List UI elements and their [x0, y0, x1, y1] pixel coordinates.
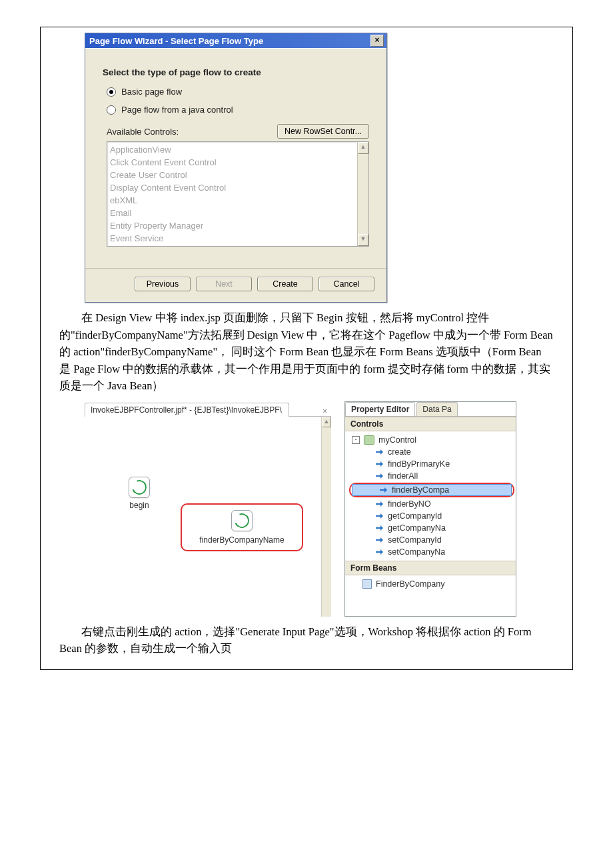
cancel-button[interactable]: Cancel	[318, 277, 374, 291]
action-icon	[129, 477, 150, 498]
scroll-up-icon[interactable]: ▲	[358, 142, 368, 154]
cycle-icon	[232, 511, 251, 530]
formbean-finderbycompany[interactable]: FinderByCompany	[348, 578, 516, 590]
controls-tree: - myControl create findByPrimaryKe finde…	[345, 431, 516, 561]
editor-tab-label: InvokeEJBPFController.jpf* - {EJBTest}\I…	[91, 405, 282, 415]
method-icon	[376, 501, 384, 507]
next-button[interactable]: Next	[196, 277, 252, 291]
method-icon	[376, 549, 384, 555]
pageflow-wizard-dialog: Page Flow Wizard - Select Page Flow Type…	[85, 33, 387, 303]
available-controls-label: Available Controls:	[107, 127, 179, 137]
method-label: create	[388, 447, 411, 457]
cycle-icon	[129, 477, 149, 497]
method-label: finderByCompa	[392, 485, 449, 495]
paragraph-1: 在 Design View 中将 index.jsp 页面删除，只留下 Begi…	[59, 309, 554, 395]
available-controls-list[interactable]: ApplicationView Click Content Event Cont…	[107, 141, 369, 247]
property-tab-strip: Property Editor Data Pa	[345, 402, 516, 417]
select-type-label: Select the type of page flow to create	[103, 67, 369, 77]
designer-scrollbar[interactable]: ▲	[321, 417, 331, 617]
dialog-button-row: Previous Next Create Cancel	[85, 268, 386, 302]
method-icon	[376, 513, 384, 519]
create-button[interactable]: Create	[257, 277, 313, 291]
radio-basic-label: Basic page flow	[121, 87, 182, 97]
paragraph-2: 右键点击刚生成的 action，选择"Generate Input Page"选…	[59, 623, 554, 657]
expander-icon[interactable]: -	[352, 436, 360, 444]
tree-root-mycontrol[interactable]: - myControl	[348, 434, 516, 446]
method-label: getCompanyId	[388, 511, 442, 521]
radio-icon	[107, 105, 116, 115]
new-rowset-button[interactable]: New RowSet Contr...	[277, 124, 369, 139]
design-view-figure: InvokeEJBPFController.jpf* - {EJBTest}\I…	[85, 401, 556, 617]
method-label: finderAll	[388, 471, 418, 481]
method-setcompanyid[interactable]: setCompanyId	[348, 534, 516, 546]
radio-control-label: Page flow from a java control	[121, 105, 233, 115]
dialog-titlebar: Page Flow Wizard - Select Page Flow Type…	[85, 33, 386, 48]
action-node-finderbycompanyname[interactable]: finderByCompanyName	[181, 503, 303, 551]
design-view-pane: InvokeEJBPFController.jpf* - {EJBTest}\I…	[85, 401, 331, 617]
radio-basic-pageflow[interactable]: Basic page flow	[107, 87, 369, 97]
list-scrollbar[interactable]: ▲ ▼	[357, 142, 368, 246]
editor-tab-strip: InvokeEJBPFController.jpf* - {EJBTest}\I…	[85, 401, 331, 417]
method-getcompanyid[interactable]: getCompanyId	[348, 510, 516, 522]
previous-button[interactable]: Previous	[135, 277, 191, 291]
editor-tab-close-icon[interactable]: ×	[318, 407, 331, 416]
dialog-title: Page Flow Wizard - Select Page Flow Type	[89, 36, 370, 46]
scroll-down-icon[interactable]: ▼	[358, 234, 368, 246]
property-editor-panel: Property Editor Data Pa Controls - myCon…	[344, 401, 516, 617]
list-item[interactable]: Entity Property Manager	[110, 219, 354, 232]
method-label: finderByNO	[388, 499, 431, 509]
method-icon	[376, 525, 384, 531]
method-finderbycompanyname[interactable]: finderByCompa	[352, 484, 512, 496]
method-label: setCompanyNa	[388, 547, 445, 557]
scroll-up-icon[interactable]: ▲	[322, 417, 331, 427]
formbean-label: FinderByCompany	[376, 579, 445, 589]
action-icon	[231, 510, 253, 531]
radio-icon	[107, 87, 116, 97]
method-label: setCompanyId	[388, 535, 442, 545]
list-item[interactable]: ebXML	[110, 194, 354, 207]
method-icon	[376, 449, 384, 455]
method-finderall[interactable]: finderAll	[348, 470, 516, 482]
method-icon	[376, 473, 384, 479]
list-item[interactable]: Click Content Event Control	[110, 156, 354, 169]
method-setcompanyname[interactable]: setCompanyNa	[348, 546, 516, 558]
list-item[interactable]: Email	[110, 207, 354, 219]
method-getcompanyname[interactable]: getCompanyNa	[348, 522, 516, 534]
method-label: getCompanyNa	[388, 523, 446, 533]
radio-java-control[interactable]: Page flow from a java control	[107, 105, 369, 115]
list-item[interactable]: Event Service	[110, 232, 354, 245]
tree-root-label: myControl	[378, 435, 416, 445]
method-finderbyno[interactable]: finderByNO	[348, 498, 516, 510]
editor-tab[interactable]: InvokeEJBPFController.jpf* - {EJBTest}\I…	[85, 403, 289, 417]
tab-property-editor[interactable]: Property Editor	[345, 402, 415, 416]
list-item[interactable]: Create User Control	[110, 169, 354, 181]
begin-node[interactable]: begin	[129, 477, 150, 510]
method-create[interactable]: create	[348, 446, 516, 458]
dialog-close-button[interactable]: ×	[370, 35, 384, 47]
begin-label: begin	[129, 501, 150, 510]
list-item[interactable]: Display Content Event Control	[110, 181, 354, 194]
method-icon	[376, 537, 384, 543]
formbeans-tree: FinderByCompany	[345, 575, 516, 593]
formbeans-section-header: Form Beans	[345, 561, 516, 575]
tab-data-palette[interactable]: Data Pa	[416, 402, 457, 416]
action-label: finderByCompanyName	[186, 535, 298, 545]
controls-section-header: Controls	[345, 417, 516, 431]
formbean-icon	[362, 579, 372, 589]
method-icon	[380, 487, 388, 493]
list-item[interactable]: ApplicationView	[110, 143, 354, 156]
control-icon	[364, 435, 374, 445]
method-findbyprimarykey[interactable]: findByPrimaryKe	[348, 458, 516, 470]
method-label: findByPrimaryKe	[388, 459, 450, 469]
method-icon	[376, 461, 384, 467]
